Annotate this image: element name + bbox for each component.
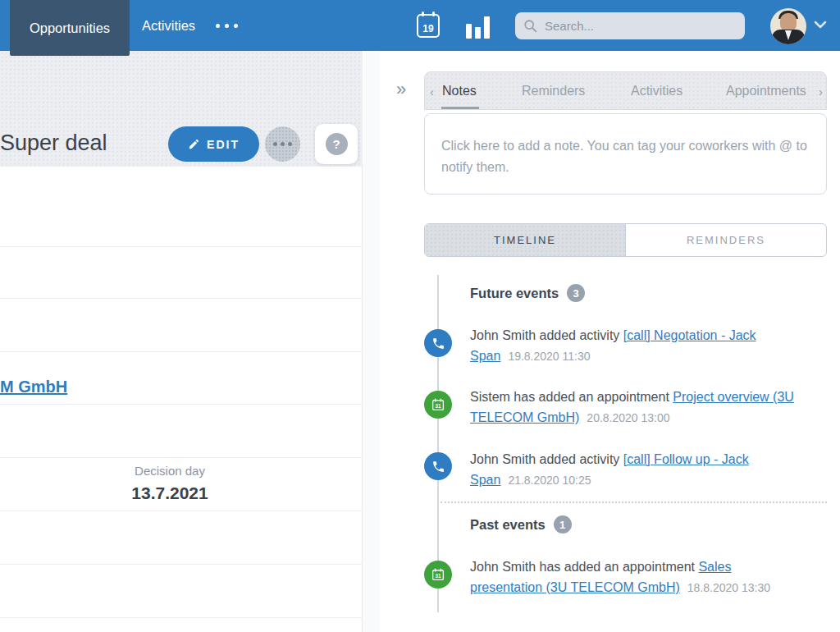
svg-text:31: 31 (435, 573, 441, 579)
row-divider (0, 404, 363, 405)
row-divider (0, 457, 363, 458)
edit-button-label: EDIT (207, 138, 240, 151)
timeline-event: Sistem has added an appointment Project … (470, 388, 794, 405)
search-icon (523, 19, 538, 34)
nav-tab-activities[interactable]: Activities (142, 0, 195, 51)
event-timestamp: 21.8.2020 10:25 (508, 474, 591, 487)
decision-day-label: Decision day (75, 464, 264, 478)
timeline-event-line2: Span19.8.2020 11:30 (470, 347, 591, 365)
row-divider (0, 298, 363, 299)
appointment-calendar-icon: 31 (424, 391, 452, 419)
event-text: John Smith added activity (470, 452, 623, 466)
note-placeholder: Click here to add a note. You can tag yo… (441, 135, 810, 178)
calendar-day-number: 19 (422, 23, 433, 34)
row-divider (0, 511, 363, 511)
tabs-scroll-right-icon[interactable]: › (819, 72, 823, 110)
nav-tab-opportunities[interactable]: Opportunities (10, 0, 130, 56)
deal-header: Super deal EDIT ? (0, 51, 363, 167)
app-window: Opportunities Activities 19 Super deal (0, 0, 840, 632)
event-text: John Smith has added an appointment (470, 560, 698, 574)
call-activity-icon (424, 329, 452, 357)
timeline-reminders-toggle: TIMELINE REMINDERS (424, 223, 827, 257)
reports-bar-chart-icon[interactable] (466, 16, 492, 39)
timeline-event: John Smith added activity [call] Follow … (470, 451, 749, 468)
svg-text:31: 31 (435, 403, 441, 409)
row-divider (0, 617, 363, 618)
row-divider (0, 351, 363, 352)
tab-reminders[interactable]: Reminders (522, 72, 585, 110)
decision-day-value: 13.7.2021 (75, 483, 264, 503)
edit-button[interactable]: EDIT (168, 126, 259, 162)
help-button[interactable]: ? (315, 124, 358, 164)
calendar-icon[interactable]: 19 (417, 14, 440, 38)
future-events-heading: Future events 3 (470, 284, 585, 302)
tab-activities[interactable]: Activities (631, 72, 682, 110)
timeline-event-line2: TELECOM GmbH)20.8.2020 13:00 (470, 409, 670, 427)
event-link[interactable]: TELECOM GmbH) (470, 410, 579, 424)
side-panel-tabbar: ‹ Notes Reminders Activities Appointment… (424, 71, 827, 110)
event-link[interactable]: Project overview (3U (673, 390, 794, 404)
event-text: Sistem has added an appointment (470, 390, 673, 404)
event-timestamp: 20.8.2020 13:00 (587, 411, 669, 424)
future-events-count-badge: 3 (567, 284, 585, 302)
company-link[interactable]: M GmbH (0, 378, 67, 396)
collapse-panel-icon[interactable]: » (396, 80, 406, 98)
nav-tab-opportunities-label: Opportunities (30, 21, 110, 36)
top-navigation-bar: Opportunities Activities 19 (0, 0, 840, 51)
timeline-event: John Smith added activity [call] Negotat… (470, 327, 756, 344)
future-events-label: Future events (470, 286, 559, 301)
deal-more-actions-button[interactable] (265, 126, 300, 162)
timeline-event-line2: presentation (3U TELECOM GmbH)18.8.2020 … (470, 579, 770, 597)
deal-title: Super deal (0, 131, 107, 156)
event-link[interactable]: [call] Follow up - Jack (623, 452, 749, 466)
past-events-divider (441, 501, 827, 503)
pencil-icon (188, 138, 200, 150)
active-tab-underline (441, 107, 479, 110)
row-divider (0, 564, 363, 565)
timeline-event: John Smith has added an appointment Sale… (470, 558, 731, 575)
nav-more-menu[interactable] (216, 0, 238, 51)
deal-detail-card (0, 167, 363, 632)
toggle-timeline-button[interactable]: TIMELINE (425, 224, 626, 256)
past-events-count-badge: 1 (554, 515, 572, 534)
event-link[interactable]: Span (470, 349, 500, 363)
event-link[interactable]: Span (470, 473, 500, 487)
event-link[interactable]: Sales (698, 560, 731, 574)
nav-tab-activities-label: Activities (142, 18, 195, 34)
event-timestamp: 19.8.2020 11:30 (508, 350, 590, 363)
user-avatar[interactable] (770, 8, 806, 44)
global-search[interactable] (515, 12, 745, 39)
event-link[interactable]: [call] Negotation - Jack (623, 328, 756, 342)
call-activity-icon (424, 452, 452, 480)
note-input[interactable]: Click here to add a note. You can tag yo… (424, 113, 827, 195)
tab-appointments[interactable]: Appointments (726, 72, 806, 110)
event-link[interactable]: presentation (3U TELECOM GmbH) (470, 580, 680, 594)
row-divider (0, 246, 363, 247)
question-mark-icon: ? (326, 133, 348, 155)
event-timestamp: 18.8.2020 13:30 (687, 581, 770, 594)
toggle-reminders-button[interactable]: REMINDERS (626, 224, 826, 256)
user-menu-chevron-down-icon[interactable] (814, 20, 827, 30)
past-events-heading: Past events 1 (470, 515, 572, 534)
event-text: John Smith added activity (470, 328, 623, 342)
decision-day-field: Decision day 13.7.2021 (75, 464, 264, 503)
past-events-label: Past events (470, 517, 546, 533)
timeline-event-line2: Span21.8.2020 10:25 (470, 471, 591, 489)
tabs-scroll-left-icon[interactable]: ‹ (430, 72, 434, 110)
search-input[interactable] (545, 19, 737, 33)
appointment-calendar-icon: 31 (424, 561, 452, 588)
tab-notes[interactable]: Notes (442, 72, 477, 110)
panel-gutter (363, 51, 380, 632)
